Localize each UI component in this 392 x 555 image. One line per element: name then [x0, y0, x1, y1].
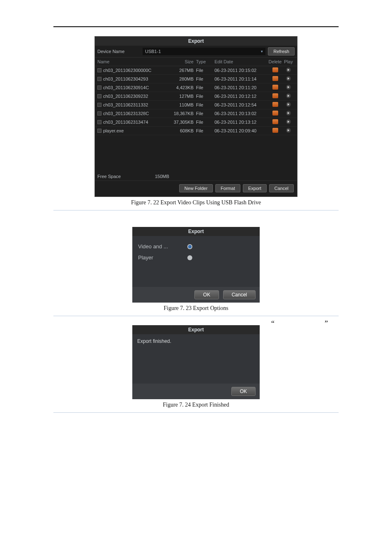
open-quote-glyph: “	[271, 319, 274, 328]
file-name: ch03_2011062304293	[103, 76, 148, 81]
radio-unselected-icon[interactable]	[187, 255, 192, 260]
play-icon[interactable]	[286, 67, 291, 72]
play-icon[interactable]	[286, 102, 291, 107]
file-icon	[97, 86, 101, 90]
play-icon[interactable]	[286, 93, 291, 98]
table-row[interactable]: ch03_201106231328C18,367KBFile06-23-2011…	[95, 109, 297, 118]
file-table-header: Name Size Type Edit Date Delete Play	[95, 58, 297, 66]
col-del: Delete	[268, 59, 282, 64]
delete-icon[interactable]	[272, 67, 278, 72]
file-type: File	[196, 111, 214, 116]
file-date: 06-23-2011 20:13:02	[214, 111, 268, 116]
option-label: Player	[138, 254, 187, 261]
file-name: ch03_2011062300000C	[103, 68, 151, 73]
col-date: Edit Date	[214, 59, 268, 64]
figure-caption-1: Figure 7. 22 Export Video Clips Using US…	[53, 199, 339, 206]
device-name-value: USB1-1	[145, 49, 161, 54]
col-type: Type	[196, 59, 214, 64]
close-quote-glyph: ”	[325, 319, 328, 328]
play-icon[interactable]	[286, 85, 291, 90]
file-type: File	[196, 76, 214, 81]
dialog-title: Export	[132, 325, 260, 334]
dialog-title: Export	[132, 227, 260, 236]
table-row[interactable]: ch03_2011062304293280MBFile06-23-2011 20…	[95, 75, 297, 83]
export-finished-message: Export finished.	[137, 338, 255, 344]
table-row[interactable]: ch03_201106231347437,305KBFile06-23-2011…	[95, 118, 297, 127]
file-name: ch03_2011062311332	[103, 102, 148, 107]
file-date: 06-23-2011 20:12:12	[214, 94, 268, 99]
device-name-label: Device Name	[97, 49, 143, 54]
cancel-button[interactable]: Cancel	[269, 184, 294, 192]
export-option-row: Video and ...	[138, 241, 254, 252]
ok-button[interactable]: OK	[194, 290, 219, 299]
file-date: 06-23-2011 20:15:02	[214, 68, 268, 73]
col-size: Size	[167, 59, 196, 64]
delete-icon[interactable]	[272, 102, 278, 107]
file-size: 127MB	[167, 94, 196, 99]
file-size: 18,367KB	[167, 111, 196, 116]
file-icon	[97, 103, 101, 107]
export-option-row: Player	[138, 252, 254, 263]
file-date: 06-23-2011 20:13:12	[214, 120, 268, 125]
file-name: ch03_2011062313474	[103, 120, 148, 125]
delete-icon[interactable]	[272, 93, 278, 98]
file-name: ch03_2011062309232	[103, 94, 148, 99]
new-folder-button[interactable]: New Folder	[179, 184, 213, 192]
play-icon[interactable]	[286, 119, 291, 124]
file-type: File	[196, 94, 214, 99]
file-name: ch03_201106230914C	[103, 85, 149, 90]
export-options-dialog: Export Video and ... Player OK Cancel	[132, 227, 260, 303]
delete-icon[interactable]	[272, 85, 278, 90]
file-name: player.exe	[103, 128, 124, 133]
dialog-title: Export	[95, 37, 297, 46]
table-row[interactable]: ch03_2011062311332110MBFile06-23-2011 20…	[95, 101, 297, 109]
file-icon	[97, 94, 101, 98]
file-date: 06-23-2011 20:11:20	[214, 85, 268, 90]
delete-icon[interactable]	[272, 128, 278, 133]
device-name-dropdown[interactable]: USB1-1 ▾	[143, 48, 265, 55]
file-icon	[97, 77, 101, 81]
radio-selected-icon[interactable]	[187, 244, 192, 249]
format-button[interactable]: Format	[215, 184, 240, 192]
file-date: 06-23-2011 20:11:14	[214, 76, 268, 81]
option-label: Video and ...	[138, 243, 187, 250]
file-icon	[97, 111, 101, 116]
chevron-down-icon: ▾	[261, 49, 263, 53]
file-icon	[97, 68, 101, 72]
file-type: File	[196, 102, 214, 107]
file-size: 280MB	[167, 76, 196, 81]
delete-icon[interactable]	[272, 119, 278, 124]
play-icon[interactable]	[286, 111, 291, 116]
delete-icon[interactable]	[272, 111, 278, 116]
col-name: Name	[97, 59, 167, 64]
figure-caption-3: Figure 7. 24 Export Finished	[53, 402, 339, 408]
play-icon[interactable]	[286, 128, 291, 133]
file-type: File	[196, 128, 214, 133]
file-type: File	[196, 85, 214, 90]
export-button[interactable]: Export	[243, 184, 267, 192]
refresh-button[interactable]: Refresh	[268, 47, 295, 56]
export-finished-dialog: Export Export finished. OK	[132, 325, 260, 399]
ok-button[interactable]: OK	[231, 387, 256, 396]
figure-caption-2: Figure 7. 23 Export Options	[53, 305, 339, 312]
file-name: ch03_201106231328C	[103, 111, 149, 116]
free-space-label: Free Space	[97, 174, 155, 179]
file-type: File	[196, 120, 214, 125]
delete-icon[interactable]	[272, 76, 278, 81]
table-row[interactable]: player.exe608KBFile06-23-2011 20:09:40	[95, 127, 297, 135]
free-space-value: 150MB	[155, 174, 295, 179]
table-row[interactable]: ch03_2011062309232127MBFile06-23-2011 20…	[95, 92, 297, 101]
play-icon[interactable]	[286, 76, 291, 81]
cancel-button[interactable]: Cancel	[223, 290, 256, 299]
file-size: 608KB	[167, 128, 196, 133]
file-date: 06-23-2011 20:12:54	[214, 102, 268, 107]
col-play: Play	[282, 59, 295, 64]
export-file-dialog: Export Device Name USB1-1 ▾ Refresh Name…	[95, 36, 297, 197]
file-type: File	[196, 68, 214, 73]
file-icon	[97, 120, 101, 124]
file-size: 267MB	[167, 68, 196, 73]
file-size: 110MB	[167, 102, 196, 107]
table-row[interactable]: ch03_201106230914C4,423KBFile06-23-2011 …	[95, 83, 297, 92]
file-date: 06-23-2011 20:09:40	[214, 128, 268, 133]
table-row[interactable]: ch03_2011062300000C267MBFile06-23-2011 2…	[95, 66, 297, 75]
